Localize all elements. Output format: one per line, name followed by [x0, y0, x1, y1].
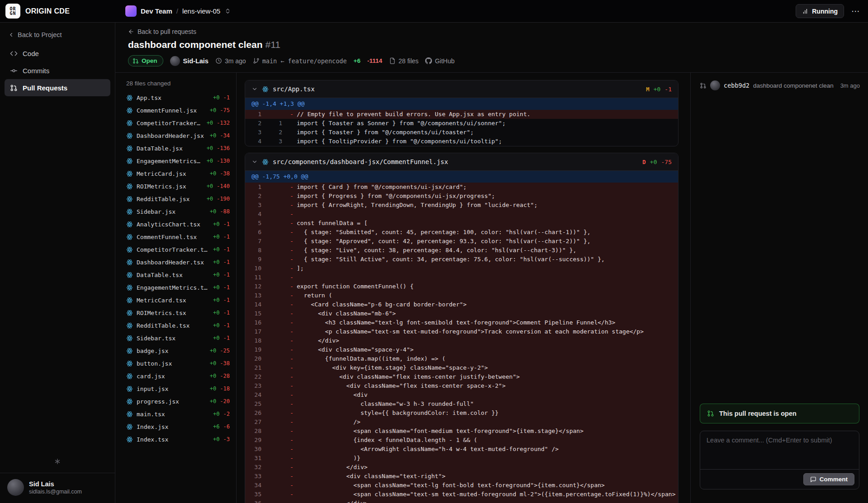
file-name: CompetitorTracker.tsx	[137, 246, 209, 253]
file-list-item[interactable]: Sidebar.tsx +0 -1	[126, 332, 230, 344]
user-profile[interactable]: Sid Lais sidlais.ls@gmail.com	[0, 473, 115, 503]
file-list-item[interactable]: DataTable.tsx +0 -1	[126, 268, 230, 281]
new-line-number	[266, 327, 287, 336]
diff-marker: -	[287, 390, 297, 400]
file-list-item[interactable]: CompetitorTracker.tsx +0 -1	[126, 243, 230, 256]
new-line-number	[266, 481, 287, 490]
sidebar-item-pull-requests[interactable]: Pull Requests	[5, 79, 110, 96]
new-line-number: 1	[266, 119, 287, 128]
new-line-number	[266, 318, 287, 327]
file-additions: +0	[213, 411, 219, 417]
file-name: Index.tsx	[137, 436, 209, 443]
file-name: DataTable.jsx	[137, 145, 203, 152]
diff-marker: -	[287, 282, 297, 291]
diff-file-header[interactable]: src/components/dashboard-jsx/CommentFunn…	[245, 153, 678, 171]
file-list-item[interactable]: RedditTable.tsx +0 -1	[126, 319, 230, 332]
diff-marker: -	[287, 318, 297, 327]
diff-marker: -	[287, 336, 297, 345]
diff-file-header[interactable]: src/App.tsx M +0 -1	[245, 80, 678, 98]
file-list-item[interactable]: CommentFunnel.jsx +0 -75	[126, 104, 230, 117]
sidebar-footer-icon[interactable]	[53, 457, 62, 465]
file-list-item[interactable]: Index.tsx +0 -3	[126, 433, 230, 446]
file-additions: +0	[213, 259, 219, 265]
pr-header: Back to pull requests dashboard componen…	[115, 23, 868, 73]
file-list-item[interactable]: EngagementMetrics.jsx +0 -130	[126, 155, 230, 167]
chevron-down-icon	[251, 86, 258, 92]
file-list-item[interactable]: CompetitorTracker.jsx +0 -132	[126, 117, 230, 129]
old-line-number: 18	[245, 336, 266, 345]
file-list-item[interactable]: Index.jsx +6 -6	[126, 420, 230, 433]
diff-marker: -	[287, 409, 297, 418]
workspace-selector[interactable]: Dev Team / lens-view-05	[122, 3, 235, 19]
file-list-item[interactable]: RedditTable.jsx +0 -190	[126, 193, 230, 205]
new-line-number	[266, 282, 287, 291]
pr-author-name: Sid-Lais	[183, 57, 209, 65]
file-additions: +0	[210, 385, 216, 392]
file-additions: +0	[213, 322, 219, 329]
sidebar-item-code[interactable]: Code	[5, 45, 110, 62]
comment-input[interactable]	[700, 431, 859, 469]
activity-panel: cebb9d2 dashboard componenet clean 3m ag…	[690, 73, 868, 503]
diff-line: 2 - import { Progress } from "@/componen…	[245, 192, 678, 201]
brand-zone: OR GN ORIGIN CDE	[5, 4, 115, 19]
more-menu-button[interactable]: ⋯	[851, 7, 860, 15]
file-additions: +0	[213, 297, 219, 303]
file-list-item[interactable]: DashboardHeader.jsx +0 -34	[126, 129, 230, 142]
file-name: Index.jsx	[137, 423, 209, 430]
file-list-item[interactable]: CommentFunnel.tsx +0 -1	[126, 230, 230, 243]
commit-row[interactable]: cebb9d2 dashboard componenet clean 3m ag…	[691, 73, 868, 97]
diff-line: 31 - )}	[245, 454, 678, 463]
new-line-number	[266, 409, 287, 418]
file-name: DashboardHeader.tsx	[137, 259, 209, 266]
pr-author[interactable]: Sid-Lais	[170, 56, 209, 66]
diff-line-text: </div>	[297, 336, 678, 345]
file-list-item[interactable]: ROIMetrics.jsx +0 -140	[126, 180, 230, 193]
file-name: MetricCard.tsx	[137, 297, 209, 304]
file-list-item[interactable]: Sidebar.jsx +0 -88	[126, 205, 230, 218]
diff-marker: -	[287, 246, 297, 255]
new-line-number	[266, 255, 287, 264]
comment-submit-button[interactable]: Comment	[803, 473, 854, 485]
file-list-item[interactable]: main.tsx +0 -2	[126, 408, 230, 420]
file-list-item[interactable]: ROIMetrics.tsx +0 -1	[126, 306, 230, 319]
sidebar-item-commits[interactable]: Commits	[5, 62, 110, 79]
activity-panel-spacer	[691, 97, 868, 404]
file-list-item[interactable]: MetricCard.tsx +0 -1	[126, 294, 230, 306]
diff-scroll-area[interactable]: src/App.tsx M +0 -1 @@ -1,4 +1,3 @@ 1 - …	[237, 73, 690, 503]
diff-line: 36 - </div>	[245, 499, 678, 503]
new-line-number	[266, 210, 287, 219]
file-list-item[interactable]: input.jsx +0 -18	[126, 382, 230, 395]
running-status-badge[interactable]: Running	[796, 4, 844, 18]
file-list-item[interactable]: DataTable.jsx +0 -136	[126, 142, 230, 155]
new-line-number: 2	[266, 128, 287, 137]
sidebar-item-label: Code	[23, 50, 39, 57]
file-list-item[interactable]: MetricCard.jsx +0 -38	[126, 167, 230, 180]
code-icon	[10, 50, 18, 57]
diff-line: 1 - import { Card } from "@/components/u…	[245, 183, 678, 192]
react-file-icon	[126, 259, 133, 266]
file-list-item[interactable]: progress.jsx +0 -20	[126, 395, 230, 408]
file-list-item[interactable]: App.tsx +0 -1	[126, 91, 230, 104]
new-line-number	[266, 381, 287, 390]
file-name: RedditTable.tsx	[137, 322, 209, 329]
origin-logo[interactable]: OR GN	[5, 4, 20, 19]
back-to-project-link[interactable]: Back to Project	[0, 23, 115, 44]
file-deletions: -132	[217, 120, 230, 126]
diff-line-text: <div className="flex items-center space-…	[297, 381, 678, 390]
diff-line-text: import { Toaster as Sonner } from "@/com…	[297, 119, 678, 128]
file-additions: +0	[210, 360, 216, 367]
file-list-item[interactable]: EngagementMetrics.tsx +0 -1	[126, 281, 230, 294]
file-additions: +0	[210, 348, 216, 354]
github-link[interactable]: GitHub	[425, 57, 455, 65]
file-list-item[interactable]: card.jsx +0 -28	[126, 370, 230, 382]
file-list-item[interactable]: button.jsx +0 -38	[126, 357, 230, 370]
diff-line: 8 - { stage: "Live", count: 38, percenta…	[245, 246, 678, 255]
diff-marker: -	[287, 463, 297, 472]
file-list-item[interactable]: AnalyticsChart.tsx +0 -1	[126, 218, 230, 230]
back-to-pull-requests-link[interactable]: Back to pull requests	[128, 28, 855, 35]
file-list-item[interactable]: DashboardHeader.tsx +0 -1	[126, 256, 230, 268]
file-list-item[interactable]: badge.jsx +0 -25	[126, 344, 230, 357]
diff-file-stats: D +0 -75	[642, 159, 672, 165]
composer-footer: Comment	[700, 469, 859, 489]
new-line-number	[266, 110, 287, 119]
